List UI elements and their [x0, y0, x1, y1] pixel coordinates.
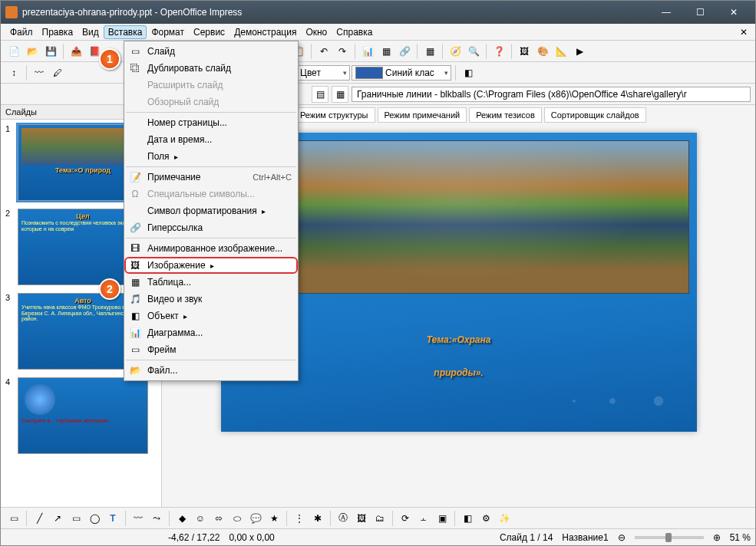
- statusbar: -4,62 / 17,22 0,00 x 0,00 Слайд 1 / 14 Н…: [1, 528, 755, 545]
- animation-tool[interactable]: ✨: [496, 510, 513, 527]
- menu-edit[interactable]: Правка: [38, 25, 78, 39]
- table-button[interactable]: ▦: [378, 43, 395, 60]
- symbol-tool[interactable]: ☺: [192, 510, 209, 527]
- glue-tool[interactable]: ✱: [309, 510, 326, 527]
- view-tab-handout[interactable]: Режим тезисов: [469, 107, 542, 123]
- line-color-button[interactable]: 🖊: [49, 64, 66, 81]
- menu-item-поля[interactable]: Поля: [124, 148, 298, 165]
- menu-item-видео-и-звук[interactable]: 🎵Видео и звук: [124, 291, 298, 308]
- fill-color-combo[interactable]: Синий клас: [352, 65, 451, 81]
- menu-item-анимированное-изображение-[interactable]: 🎞Анимированное изображение...: [124, 240, 298, 257]
- note-icon: 📝: [127, 171, 143, 183]
- connector-tool[interactable]: ⤳: [148, 510, 165, 527]
- menu-item-диаграмма-[interactable]: 📊Диаграмма...: [124, 324, 298, 341]
- gallery-view1-button[interactable]: ▤: [312, 86, 328, 103]
- shapes-tool[interactable]: ◆: [173, 510, 190, 527]
- ellipse-tool[interactable]: ◯: [86, 510, 103, 527]
- redo-button[interactable]: ↷: [334, 43, 351, 60]
- menu-help[interactable]: Справка: [332, 25, 377, 39]
- zoom-slider[interactable]: [635, 536, 704, 539]
- dup-icon: ⿻: [127, 62, 143, 74]
- fontwork-tool[interactable]: Ⓐ: [335, 510, 352, 527]
- shadow-button[interactable]: ◧: [460, 64, 477, 81]
- layout-button[interactable]: 📐: [553, 43, 569, 60]
- table-icon: ▦: [127, 276, 143, 288]
- menu-file[interactable]: Файл: [5, 25, 38, 39]
- menu-tools[interactable]: Сервис: [189, 25, 229, 39]
- undo-button[interactable]: ↶: [315, 43, 332, 60]
- run-button[interactable]: ▶: [571, 43, 588, 60]
- menu-item-примечание[interactable]: 📝ПримечаниеCtrl+Alt+C: [124, 169, 298, 186]
- menu-item-фрейм[interactable]: ▭Фрейм: [124, 341, 298, 358]
- arrow-tool[interactable]: ↗: [49, 510, 66, 527]
- zoom-out-button[interactable]: ⊖: [618, 532, 626, 543]
- line-style-button[interactable]: 〰: [31, 64, 48, 81]
- navigator-button[interactable]: 🧭: [447, 43, 464, 60]
- gallery-tool[interactable]: 🗂: [371, 510, 388, 527]
- menu-format[interactable]: Формат: [147, 25, 189, 39]
- rect-tool[interactable]: ▭: [68, 510, 84, 527]
- blank-icon: [127, 96, 143, 108]
- menu-item-таблица-[interactable]: ▦Таблица...: [124, 274, 298, 291]
- fill-type-combo[interactable]: Цвет: [296, 65, 350, 81]
- status-coord: -4,62 / 17,22: [168, 532, 220, 543]
- slide-button[interactable]: 🖼: [516, 43, 533, 60]
- interaction-tool[interactable]: ⚙: [477, 510, 494, 527]
- anim-icon: 🎞: [127, 242, 143, 255]
- design-button[interactable]: 🎨: [534, 43, 551, 60]
- align-tool[interactable]: ⫠: [415, 510, 432, 527]
- menubar: Файл Правка Вид Вставка Формат Сервис Де…: [1, 24, 755, 41]
- blank-icon: [127, 133, 143, 146]
- arrange-tool[interactable]: ▣: [434, 510, 451, 527]
- view-tab-outline[interactable]: Режим структуры: [293, 107, 375, 123]
- maximize-button[interactable]: ☐: [683, 2, 717, 23]
- text-tool[interactable]: T: [104, 510, 121, 527]
- extrusion-tool[interactable]: ◧: [459, 510, 476, 527]
- points-tool[interactable]: ⋮: [291, 510, 308, 527]
- view-tab-notes[interactable]: Режим примечаний: [378, 107, 467, 123]
- help-button[interactable]: ❓: [490, 43, 507, 60]
- hyperlink-button[interactable]: 🔗: [396, 43, 413, 60]
- thumbnail[interactable]: 4 Смотрите в... глубокими зелеными: [5, 377, 157, 454]
- menu-window[interactable]: Окно: [301, 25, 332, 39]
- file-icon: 📂: [127, 364, 143, 377]
- menu-slideshow[interactable]: Демонстрация: [229, 25, 301, 39]
- new-button[interactable]: 📄: [5, 43, 22, 60]
- menu-item-файл-[interactable]: 📂Файл...: [124, 362, 298, 379]
- zoom-button[interactable]: 🔍: [465, 43, 482, 60]
- curve-tool[interactable]: 〰: [130, 510, 147, 527]
- close-doc-button[interactable]: ✕: [737, 27, 751, 38]
- menu-item-дата-и-время-[interactable]: Дата и время...: [124, 131, 298, 148]
- menu-item-слайд[interactable]: ▭Слайд: [124, 43, 298, 60]
- grid-button[interactable]: ▦: [421, 43, 438, 60]
- toolbar-drawing: ▭ ╱ ↗ ▭ ◯ T 〰 ⤳ ◆ ☺ ⬄ ⬭ 💬 ★ ⋮ ✱ Ⓐ 🖼 🗂 ⟳ …: [1, 507, 755, 528]
- view-tab-sorter[interactable]: Сортировщик слайдов: [544, 107, 646, 123]
- block-arrow-tool[interactable]: ⬄: [210, 510, 227, 527]
- close-button[interactable]: ✕: [717, 2, 751, 23]
- menu-item-номер-страницы-[interactable]: Номер страницы...: [124, 114, 298, 131]
- from-file-tool[interactable]: 🖼: [353, 510, 370, 527]
- arrow-button[interactable]: ↕: [5, 64, 22, 81]
- menu-item-объект[interactable]: ◧Объект: [124, 308, 298, 324]
- menu-view[interactable]: Вид: [78, 25, 104, 39]
- annotation-callout-1: 1: [99, 48, 120, 70]
- zoom-in-button[interactable]: ⊕: [713, 532, 721, 543]
- annotation-callout-2: 2: [99, 278, 120, 300]
- export-button[interactable]: 📤: [68, 43, 84, 60]
- minimize-button[interactable]: —: [649, 2, 683, 23]
- menu-item-дублировать-слайд[interactable]: ⿻Дублировать слайд: [124, 60, 298, 77]
- rotate-tool[interactable]: ⟳: [397, 510, 414, 527]
- menu-insert[interactable]: Вставка: [104, 25, 147, 39]
- star-tool[interactable]: ★: [266, 510, 282, 527]
- open-button[interactable]: 📂: [24, 43, 41, 60]
- save-button[interactable]: 💾: [42, 43, 59, 60]
- callout-tool[interactable]: 💬: [247, 510, 264, 527]
- line-tool[interactable]: ╱: [31, 510, 48, 527]
- select-tool[interactable]: ▭: [5, 510, 22, 527]
- menu-item-гиперссылка[interactable]: 🔗Гиперссылка: [124, 219, 298, 236]
- gallery-view2-button[interactable]: ▦: [332, 86, 348, 103]
- chart-button[interactable]: 📊: [359, 43, 376, 60]
- menu-item-символ-форматирования[interactable]: Символ форматирования: [124, 202, 298, 219]
- menu-item-изображение[interactable]: 🖼Изображение: [124, 257, 298, 274]
- flowchart-tool[interactable]: ⬭: [229, 510, 246, 527]
